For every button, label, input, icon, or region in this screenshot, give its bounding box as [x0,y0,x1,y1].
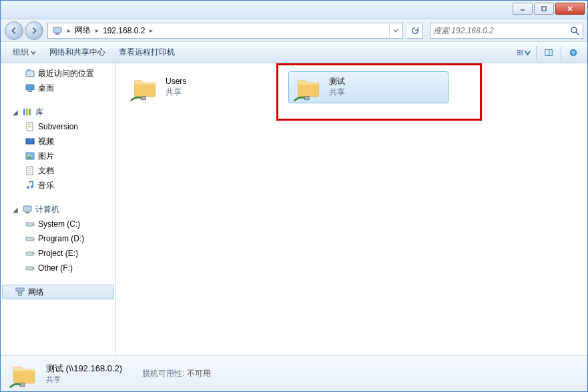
svg-rect-11 [521,53,523,55]
svg-rect-4 [53,27,61,33]
back-button[interactable] [5,21,23,40]
forward-button[interactable] [25,21,43,40]
search-box[interactable] [430,23,583,39]
svg-rect-48 [21,288,24,291]
svg-point-40 [32,224,33,225]
item-subtitle: 共享 [166,87,186,98]
tree-item-drive-d[interactable]: Program (D:) [1,231,115,246]
svg-point-35 [27,186,29,189]
network-icon [15,287,25,297]
svg-rect-8 [517,50,519,52]
share-item-test[interactable]: 测试 共享 [288,71,449,103]
shared-folder-icon [10,360,38,388]
breadcrumb-segment[interactable]: 192.168.0.2 [100,26,148,35]
refresh-button[interactable] [407,23,423,39]
tree-item-drive-f[interactable]: Other (F:) [1,261,115,275]
tree-item-pictures[interactable]: 图片 [1,149,115,163]
maximize-button[interactable] [534,3,554,15]
address-dropdown-button[interactable] [389,23,401,38]
tree-item-recent[interactable]: 最近访问的位置 [1,66,115,81]
network-center-button[interactable]: 网络和共享中心 [44,45,111,60]
tree-item-subversion[interactable]: Subversion [1,119,115,134]
item-name: 测试 [329,77,345,87]
chevron-down-icon [524,48,531,57]
tree-label: Program (D:) [38,234,84,243]
svg-rect-1 [542,7,546,11]
details-pane: 测试 (\\192.168.0.2) 共享 脱机可用性: 不可用 [1,355,587,391]
tree-item-drive-c[interactable]: System (C:) [1,217,115,231]
svg-rect-19 [28,91,32,92]
video-icon [25,136,35,147]
tree-label: Project (E:) [38,249,78,258]
nav-tree[interactable]: 最近访问的位置 桌面 ◢ 库 Subversion 视频 [1,63,115,355]
svg-point-42 [32,239,33,240]
item-name: Users [166,77,186,87]
organize-button[interactable]: 组织 [7,45,41,60]
tree-label: 库 [35,107,43,118]
svg-rect-9 [521,50,523,52]
tree-item-music[interactable]: 音乐 [1,178,115,193]
svg-rect-16 [26,71,34,77]
document-icon [25,165,35,176]
organize-label: 组织 [13,47,29,58]
offline-value: 不可用 [187,369,211,378]
toolbar: 组织 网络和共享中心 查看远程打印机 ? [1,42,587,63]
chevron-right-icon: ▸ [93,27,100,34]
tree-label: 图片 [38,151,54,162]
svg-point-46 [32,268,33,269]
share-item-users[interactable]: Users 共享 [125,71,286,103]
recent-icon [25,68,35,79]
tree-item-videos[interactable]: 视频 [1,134,115,149]
tree-label: 计算机 [35,204,59,215]
svg-rect-52 [20,383,25,386]
content-pane[interactable]: Users 共享 测试 共享 [116,63,587,355]
svg-rect-20 [23,109,25,115]
search-input[interactable] [433,26,569,35]
svg-rect-18 [26,85,34,90]
svg-rect-38 [25,212,29,213]
svg-point-6 [571,27,577,33]
tree-label: 音乐 [38,180,54,191]
svg-rect-28 [33,139,34,144]
svg-text:?: ? [571,49,575,56]
minimize-button[interactable] [513,3,533,15]
svg-rect-37 [23,206,31,211]
svg-rect-22 [29,109,31,115]
svg-rect-49 [19,293,22,295]
help-button[interactable]: ? [566,45,581,60]
document-icon [25,121,35,132]
close-button[interactable] [555,3,585,15]
tree-label: 文档 [38,165,54,177]
tree-group-computer[interactable]: ◢ 计算机 [1,202,115,217]
chevron-right-icon: ▸ [148,27,154,34]
drive-icon [25,219,35,229]
preview-pane-button[interactable] [541,45,556,60]
tree-group-libraries[interactable]: ◢ 库 [1,105,115,119]
search-icon [569,25,580,36]
address-bar[interactable]: ▸ 网络 ▸ 192.168.0.2 ▸ [47,23,403,39]
shared-folder-icon [131,73,159,101]
tree-item-network[interactable]: 网络 [2,285,114,299]
view-options-button[interactable] [517,45,531,60]
item-subtitle: 共享 [329,87,345,98]
tree-item-desktop[interactable]: 桌面 [1,81,115,95]
svg-line-7 [576,32,579,35]
breadcrumb-segment[interactable]: 网络 [72,25,93,36]
network-location-icon [52,25,63,36]
tree-item-documents[interactable]: 文档 [1,163,115,178]
svg-rect-17 [27,69,31,71]
svg-rect-51 [304,97,309,100]
svg-point-44 [32,253,33,255]
nav-row: ▸ 网络 ▸ 192.168.0.2 ▸ [1,19,587,42]
svg-rect-27 [26,139,27,144]
details-subtitle: 共享 [46,375,122,385]
drive-icon [25,248,35,259]
body: 最近访问的位置 桌面 ◢ 库 Subversion 视频 [1,63,587,355]
svg-rect-50 [141,97,145,100]
view-printers-button[interactable]: 查看远程打印机 [113,45,180,60]
titlebar [1,1,587,19]
tree-item-drive-e[interactable]: Project (E:) [1,246,115,261]
tree-label: Other (F:) [38,263,73,273]
svg-point-36 [31,185,33,188]
tree-label: 网络 [28,287,44,298]
